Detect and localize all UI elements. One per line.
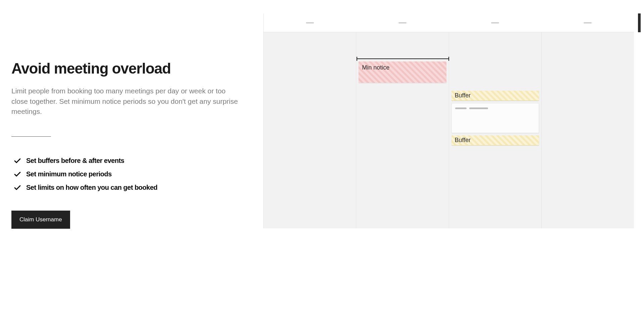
meeting-placeholder-icon (455, 107, 467, 109)
buffer-block: Buffer (451, 135, 539, 145)
scrollbar-thumb[interactable] (638, 13, 641, 32)
min-notice-block: Min notice (359, 61, 446, 83)
scrollbar[interactable] (638, 13, 641, 32)
check-icon (13, 157, 21, 165)
feature-list: Set buffers before & after events Set mi… (11, 157, 243, 192)
calendar-body: Min notice Buffer Buffer (264, 32, 634, 228)
calendar-day-header (264, 13, 356, 32)
check-icon (13, 184, 21, 192)
calendar-column (542, 32, 634, 228)
claim-username-button[interactable]: Claim Username (11, 211, 70, 229)
calendar-column: Min notice (356, 32, 449, 228)
calendar-day-header (356, 13, 449, 32)
day-placeholder-icon (584, 22, 592, 24)
min-notice-indicator-icon (357, 58, 449, 59)
check-icon (13, 170, 21, 178)
day-placeholder-icon (398, 22, 407, 24)
page-heading: Avoid meeting overload (11, 60, 243, 77)
calendar: Min notice Buffer Buffer (263, 13, 634, 228)
feature-item: Set minimum notice periods (13, 170, 243, 178)
day-placeholder-icon (306, 22, 314, 24)
content-panel: Avoid meeting overload Limit people from… (0, 0, 263, 309)
calendar-panel: Min notice Buffer Buffer (263, 0, 644, 309)
day-placeholder-icon (491, 22, 499, 24)
divider (11, 136, 51, 137)
feature-item: Set limits on how often you can get book… (13, 184, 243, 192)
calendar-column: Buffer Buffer (449, 32, 542, 228)
page-description: Limit people from booking too many meeti… (11, 86, 239, 117)
feature-text: Set buffers before & after events (26, 157, 124, 165)
meeting-block (451, 103, 539, 133)
meeting-placeholder-icon (469, 107, 488, 109)
feature-text: Set limits on how often you can get book… (26, 184, 157, 191)
feature-item: Set buffers before & after events (13, 157, 243, 165)
feature-text: Set minimum notice periods (26, 170, 112, 178)
buffer-block: Buffer (451, 91, 539, 101)
calendar-day-header (449, 13, 541, 32)
calendar-day-header (541, 13, 634, 32)
calendar-column (264, 32, 356, 228)
calendar-header (264, 13, 634, 32)
